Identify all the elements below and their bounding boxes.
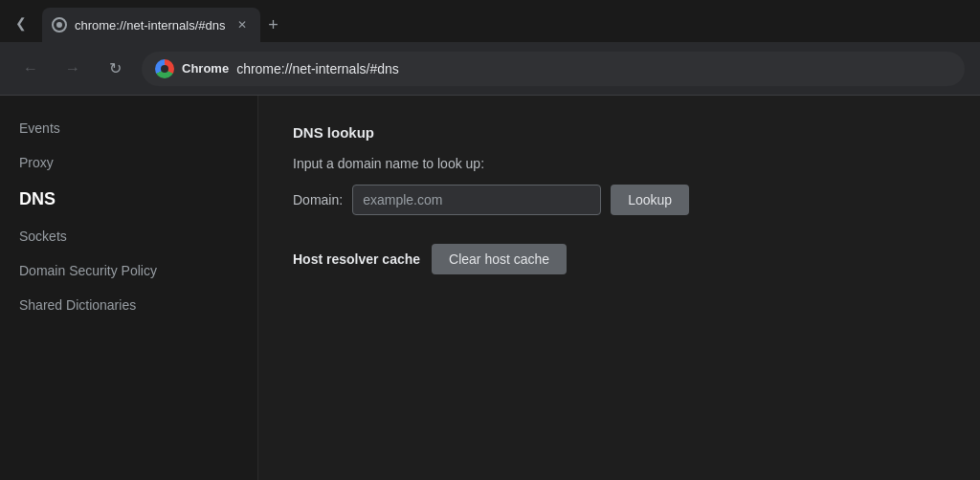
chevron-icon[interactable]: ❮ xyxy=(8,10,34,36)
tab-title: chrome://net-internals/#dns xyxy=(75,18,226,33)
tab-bar-left: ❮ xyxy=(8,10,42,42)
address-bar: ← → ↻ Chrome chrome://net-internals/#dns xyxy=(0,42,980,96)
sidebar-item-dns[interactable]: DNS xyxy=(0,180,257,219)
cache-row: Host resolver cache Clear host cache xyxy=(293,244,946,274)
lookup-button[interactable]: Lookup xyxy=(611,185,689,215)
sidebar: Events Proxy DNS Sockets Domain Security… xyxy=(0,96,258,480)
domain-input[interactable] xyxy=(352,185,601,215)
chrome-logo-icon xyxy=(155,59,174,78)
main-content: DNS lookup Input a domain name to look u… xyxy=(258,96,980,480)
forward-button[interactable]: → xyxy=(57,54,88,84)
url-bar[interactable]: Chrome chrome://net-internals/#dns xyxy=(142,52,965,86)
back-button[interactable]: ← xyxy=(15,54,46,84)
clear-host-cache-button[interactable]: Clear host cache xyxy=(432,244,567,274)
sidebar-item-shared-dictionaries[interactable]: Shared Dictionaries xyxy=(0,288,257,322)
url-text: chrome://net-internals/#dns xyxy=(236,61,399,76)
content-area: Events Proxy DNS Sockets Domain Security… xyxy=(0,96,980,480)
tab-bar: ❮ chrome://net-internals/#dns ✕ + xyxy=(0,0,980,42)
sidebar-item-proxy[interactable]: Proxy xyxy=(0,145,257,180)
active-tab[interactable]: chrome://net-internals/#dns ✕ xyxy=(42,8,260,42)
dns-lookup-description: Input a domain name to look up: xyxy=(293,156,946,171)
tab-close-icon[interactable]: ✕ xyxy=(234,16,251,33)
sidebar-item-sockets[interactable]: Sockets xyxy=(0,219,257,253)
sidebar-item-domain-security-policy[interactable]: Domain Security Policy xyxy=(0,253,257,288)
new-tab-button[interactable]: + xyxy=(260,11,287,38)
chrome-label: Chrome xyxy=(182,61,229,76)
reload-button[interactable]: ↻ xyxy=(100,54,130,84)
tab-favicon-icon xyxy=(52,17,67,33)
dns-section-title: DNS lookup xyxy=(293,124,946,141)
sidebar-item-events[interactable]: Events xyxy=(0,111,257,145)
domain-row: Domain: Lookup xyxy=(293,185,946,215)
domain-label: Domain: xyxy=(293,192,343,207)
cache-label: Host resolver cache xyxy=(293,251,420,267)
